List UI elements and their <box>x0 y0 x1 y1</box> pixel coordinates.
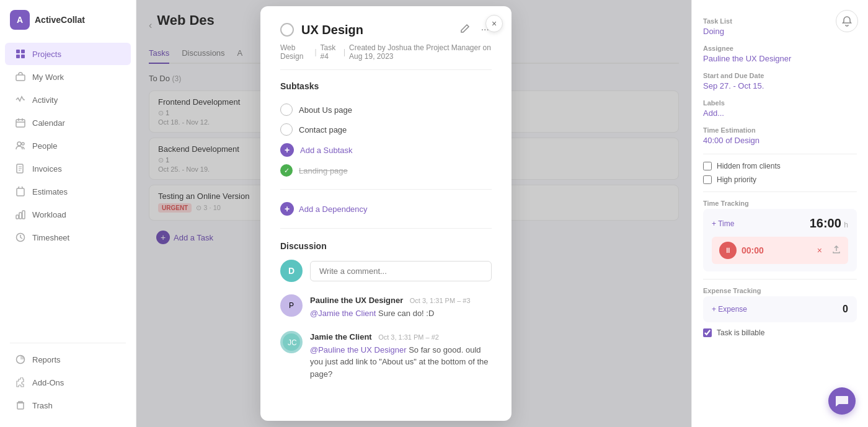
comment-author-jamie: Jamie the Client <box>310 332 372 341</box>
time-tracking-header: + Time 16:00 h <box>712 216 848 231</box>
bar-chart-icon <box>15 209 26 220</box>
time-estimation-label: Time Estimation <box>703 126 857 134</box>
edit-button[interactable] <box>458 21 472 38</box>
labels-value[interactable]: Add... <box>703 108 857 118</box>
sidebar-item-people[interactable]: People <box>5 134 131 157</box>
modal-close-button[interactable]: × <box>485 15 503 32</box>
task-list-value[interactable]: Doing <box>703 27 857 36</box>
assignee-value[interactable]: Pauline the UX Designer <box>703 54 857 63</box>
time-logged-display: 16:00 h <box>810 216 848 231</box>
add-time-button[interactable]: + Time <box>712 219 734 228</box>
subtask-circle-contact[interactable] <box>280 123 293 136</box>
sidebar-item-calendar[interactable]: Calendar <box>5 112 131 134</box>
sidebar-label-workload: Workload <box>32 210 66 219</box>
sidebar-item-invoices[interactable]: Invoices <box>5 157 131 180</box>
chat-fab-button[interactable] <box>828 387 856 415</box>
svg-rect-15 <box>17 188 24 196</box>
svg-point-9 <box>17 142 21 146</box>
add-subtask-icon: + <box>280 143 294 157</box>
subtask-contact[interactable]: Contact page <box>280 120 492 139</box>
sidebar: A ActiveCollat Projects My Work Activity <box>0 0 136 427</box>
task-list-label: Task List <box>703 17 857 25</box>
svg-rect-21 <box>17 403 24 409</box>
time-estimation-value[interactable]: 40:00 of Design <box>703 136 857 145</box>
svg-rect-2 <box>16 55 20 58</box>
sidebar-divider <box>10 343 126 343</box>
app-logo: A ActiveCollat <box>0 10 136 42</box>
hidden-from-clients-row: Hidden from clients <box>703 162 857 170</box>
labels-label: Labels <box>703 99 857 107</box>
comment-author-pauline: Pauline the UX Designer <box>310 296 403 305</box>
sidebar-label-my-work: My Work <box>32 73 64 82</box>
sidebar-item-timesheet[interactable]: Timesheet <box>5 226 131 249</box>
task-status-circle[interactable] <box>280 23 294 37</box>
modal-breadcrumb: Web Design | Task #4 | Created by Joshua… <box>280 43 492 70</box>
sidebar-item-my-work[interactable]: My Work <box>5 66 131 88</box>
comment-avatar-jamie: JC <box>280 331 303 353</box>
comment-meta-2: Oct 3, 1:31 PM – #2 <box>378 333 439 341</box>
sidebar-label-people: People <box>32 141 57 151</box>
sidebar-item-projects[interactable]: Projects <box>5 43 131 65</box>
start-due-value[interactable]: Sep 27. - Oct 15. <box>703 81 857 90</box>
add-dependency-button[interactable]: + Add a Dependency <box>280 198 492 219</box>
clock-icon <box>15 232 26 243</box>
modal-body: UX Design ··· Web Design | Task #4 | Cre… <box>260 6 512 421</box>
breadcrumb-project: Web Design <box>280 43 311 61</box>
breadcrumb-created: Created by Joshua the Project Manager on… <box>349 43 492 61</box>
sidebar-item-activity[interactable]: Activity <box>5 89 131 111</box>
expense-tracking-label: Expense Tracking <box>703 287 857 294</box>
sidebar-item-trash[interactable]: Trash <box>5 394 131 416</box>
billable-checkbox[interactable] <box>703 328 712 337</box>
subtasks-section-title: Subtasks <box>280 81 492 91</box>
svg-rect-17 <box>19 213 22 219</box>
mention-jamie[interactable]: @Jamie the Client <box>310 309 376 318</box>
sidebar-nav: Projects My Work Activity Calendar Peopl… <box>0 42 136 338</box>
add-dependency-icon: + <box>280 202 294 216</box>
divider-1 <box>280 189 492 190</box>
timer-upload-button[interactable] <box>832 245 841 256</box>
timer-close-button[interactable]: × <box>817 245 822 255</box>
timer-display: 00:00 <box>742 245 812 255</box>
sidebar-label-activity: Activity <box>32 95 58 105</box>
briefcase-icon <box>15 71 26 82</box>
sidebar-item-reports[interactable]: Reports <box>5 348 131 371</box>
time-logged-value: 16:00 <box>810 216 841 230</box>
add-expense-button[interactable]: + Expense <box>712 305 747 314</box>
hidden-from-clients-checkbox[interactable] <box>703 162 712 170</box>
add-subtask-row[interactable]: + Add a Subtask <box>280 139 492 161</box>
svg-rect-18 <box>22 211 25 219</box>
sidebar-item-estimates[interactable]: Estimates <box>5 180 131 203</box>
sidebar-item-workload[interactable]: Workload <box>5 203 131 226</box>
clipboard-icon <box>15 186 26 197</box>
comment-item-2: JC Jamie the Client Oct 3, 1:31 PM – #2 … <box>280 331 492 381</box>
comment-content-3: Pauline the UX Designer Oct 3, 1:31 PM –… <box>310 294 492 320</box>
timer-row: ⏸ 00:00 × <box>712 237 848 264</box>
sidebar-item-add-ons[interactable]: Add-Ons <box>5 371 131 394</box>
svg-rect-1 <box>21 50 25 53</box>
calendar-icon <box>15 117 26 128</box>
sidebar-label-trash: Trash <box>32 401 53 410</box>
billable-label: Task is billable <box>717 328 764 337</box>
sidebar-label-projects: Projects <box>32 50 61 59</box>
subtask-landing[interactable]: ✓ Landing page <box>280 161 492 180</box>
activity-icon <box>15 94 26 105</box>
breadcrumb-task-id: Task #4 <box>321 43 340 61</box>
high-priority-row: High priority <box>703 175 857 184</box>
comment-content-2: Jamie the Client Oct 3, 1:31 PM – #2 @Pa… <box>310 331 492 381</box>
sidebar-label-invoices: Invoices <box>32 164 62 174</box>
comment-meta-3: Oct 3, 1:31 PM – #3 <box>410 297 471 304</box>
high-priority-label: High priority <box>717 175 756 184</box>
comment-input-area: D <box>280 260 492 282</box>
notification-button[interactable] <box>836 10 858 32</box>
subtask-circle-about-us[interactable] <box>280 103 293 116</box>
pause-button[interactable]: ⏸ <box>719 242 737 259</box>
comment-input[interactable] <box>310 261 492 281</box>
comment-text-3: @Jamie the Client Sure can do! :D <box>310 307 492 320</box>
high-priority-checkbox[interactable] <box>703 175 712 184</box>
subtask-about-us[interactable]: About Us page <box>280 100 492 120</box>
pie-chart-icon <box>15 354 26 365</box>
app-name: ActiveCollat <box>35 15 85 25</box>
sidebar-label-calendar: Calendar <box>32 118 65 128</box>
sidebar-bottom: Reports Add-Ons Trash <box>0 338 136 417</box>
mention-pauline[interactable]: @Pauline the UX Designer <box>310 345 407 354</box>
